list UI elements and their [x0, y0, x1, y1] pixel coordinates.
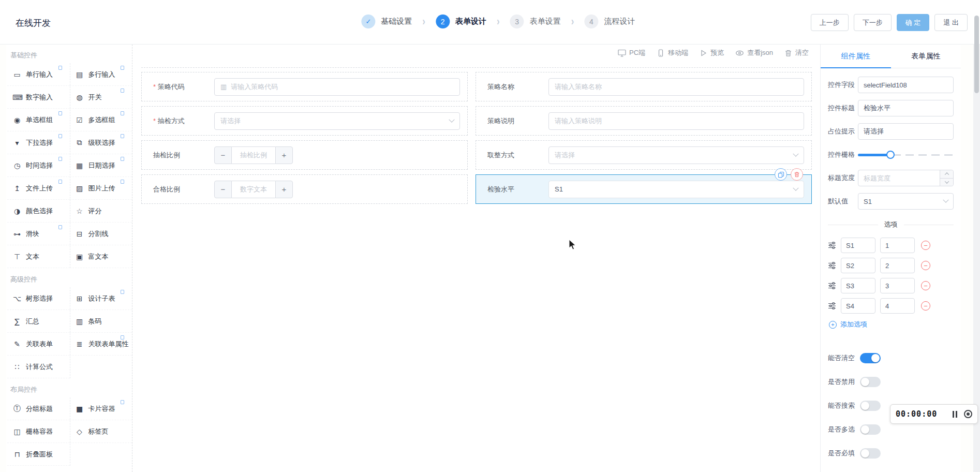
- exit-button[interactable]: 退 出: [934, 14, 968, 31]
- wizard-step[interactable]: ✓ 基础设置 ›: [361, 14, 436, 28]
- control-item[interactable]: ◑ 颜色选择: [7, 200, 70, 223]
- preview-button[interactable]: 预览: [700, 48, 724, 57]
- control-item[interactable]: ◍ 开关: [70, 86, 132, 109]
- delete-field-button[interactable]: [791, 168, 803, 181]
- canvas-field-rounding-method[interactable]: 取整方式 请选择: [476, 140, 812, 170]
- option-value-input[interactable]: 2: [880, 258, 915, 273]
- control-item[interactable]: ⊤ 文本: [7, 245, 70, 268]
- option-name-input[interactable]: S1: [841, 238, 875, 253]
- control-item[interactable]: ↥ 文件上传: [7, 177, 70, 200]
- canvas-field-strategy-desc[interactable]: 策略说明: [476, 106, 812, 136]
- grid-span-slider[interactable]: [858, 146, 954, 163]
- canvas-field-strategy-code[interactable]: 策略代码 ▥: [141, 72, 468, 101]
- wizard-step[interactable]: 3 表单设置 ›: [510, 14, 585, 28]
- view-json-button[interactable]: 查看json: [735, 48, 773, 57]
- increase-button[interactable]: +: [275, 146, 293, 164]
- control-item[interactable]: ◫ 栅格容器: [7, 420, 70, 443]
- strategy-name-input[interactable]: [548, 78, 804, 96]
- field-title-input[interactable]: [858, 100, 954, 116]
- remove-option-button[interactable]: −: [921, 301, 930, 311]
- control-item[interactable]: ▨ 图片上传: [70, 177, 132, 200]
- control-item[interactable]: Ⓣ 分组标题: [7, 397, 70, 420]
- control-item[interactable]: ⊓ 折叠面板: [7, 443, 70, 466]
- placeholder-input[interactable]: [858, 123, 954, 140]
- canvas-field-pass-ratio[interactable]: 合格比例 − 数字文本 +: [141, 174, 468, 204]
- inspection-level-select[interactable]: S1: [548, 181, 804, 198]
- remove-option-button[interactable]: −: [921, 241, 930, 250]
- strategy-code-input[interactable]: ▥: [214, 78, 460, 96]
- slider-handle[interactable]: [886, 151, 895, 159]
- control-item[interactable]: ▦ 日期选择: [70, 154, 132, 177]
- control-item[interactable]: ⌥ 树形选择: [7, 287, 70, 310]
- wizard-step[interactable]: 4 流程设计 ›: [584, 14, 635, 28]
- record-icon[interactable]: [964, 410, 972, 418]
- control-item[interactable]: ◷ 时间选择: [7, 154, 70, 177]
- control-item[interactable]: ■ 卡片容器: [70, 397, 132, 420]
- canvas-field-sampling-method[interactable]: 抽检方式 请选择: [141, 106, 468, 136]
- confirm-button[interactable]: 确 定: [897, 14, 930, 31]
- prev-step-button[interactable]: 上一步: [811, 14, 849, 31]
- canvas-field-sampling-ratio[interactable]: 抽检比例 − 抽检比例 +: [141, 140, 468, 170]
- clear-button[interactable]: 清空: [784, 48, 809, 57]
- control-item[interactable]: ▾ 下拉选择: [7, 131, 70, 154]
- spin-down-button[interactable]: [940, 178, 953, 186]
- pause-icon[interactable]: [953, 411, 957, 418]
- control-item[interactable]: ◇ 标签页: [70, 420, 132, 443]
- control-item[interactable]: ≣ 关联表单属性: [70, 333, 132, 356]
- drag-handle-icon[interactable]: [828, 282, 836, 290]
- pc-view-button[interactable]: PC端: [618, 48, 645, 57]
- remove-option-button[interactable]: −: [921, 281, 930, 290]
- toggle-switch[interactable]: [860, 377, 881, 387]
- option-name-input[interactable]: S3: [841, 278, 875, 293]
- option-value-input[interactable]: 1: [880, 238, 915, 253]
- control-item[interactable]: ⊶ 滑块: [7, 223, 70, 245]
- control-item[interactable]: ⊟ 分割线: [70, 223, 132, 245]
- option-value-input[interactable]: 3: [880, 278, 915, 293]
- drag-handle-icon[interactable]: [828, 302, 836, 310]
- strategy-desc-input[interactable]: [548, 112, 804, 130]
- drag-handle-icon[interactable]: [828, 261, 836, 270]
- option-name-input[interactable]: S4: [841, 298, 875, 314]
- remove-option-button[interactable]: −: [921, 261, 930, 270]
- strategy-code-text-input[interactable]: [231, 83, 454, 91]
- control-item[interactable]: ⌨ 数字输入: [7, 86, 70, 109]
- toggle-switch[interactable]: [860, 353, 881, 363]
- control-item[interactable]: ∷ 计算公式: [7, 356, 70, 378]
- control-item[interactable]: ▣ 富文本: [70, 245, 132, 268]
- option-value-input[interactable]: 4: [880, 298, 915, 314]
- control-item[interactable]: ▤ 多行输入: [70, 63, 132, 86]
- rounding-method-select[interactable]: 请选择: [548, 146, 804, 164]
- label-width-input[interactable]: [858, 170, 954, 186]
- control-item[interactable]: ∑ 汇总: [7, 310, 70, 333]
- field-key-input[interactable]: [858, 77, 954, 93]
- control-item[interactable]: ☆ 评分: [70, 200, 132, 223]
- default-value-select[interactable]: S1: [858, 193, 954, 210]
- wizard-step[interactable]: 2 表单设计 ›: [436, 14, 510, 28]
- strategy-name-text-input[interactable]: [555, 83, 798, 91]
- strategy-desc-text-input[interactable]: [555, 117, 798, 125]
- decrease-button[interactable]: −: [214, 146, 232, 164]
- tab-component-props[interactable]: 组件属性: [821, 45, 891, 68]
- toggle-switch[interactable]: [860, 448, 881, 459]
- toggle-switch[interactable]: [860, 424, 881, 435]
- increase-button[interactable]: +: [275, 181, 293, 198]
- toggle-switch[interactable]: [860, 401, 881, 411]
- decrease-button[interactable]: −: [214, 181, 232, 198]
- drag-handle-icon[interactable]: [828, 241, 836, 249]
- scrollbar-thumb[interactable]: [974, 16, 979, 93]
- control-item[interactable]: ✎ 关联表单: [7, 333, 70, 356]
- next-step-button[interactable]: 下一步: [854, 14, 892, 31]
- spin-up-button[interactable]: [940, 170, 953, 178]
- mobile-view-button[interactable]: 移动端: [657, 48, 688, 57]
- control-item[interactable]: ⧉ 级联选择: [70, 131, 132, 154]
- option-name-input[interactable]: S2: [841, 258, 875, 273]
- canvas-field-inspection-level-selected[interactable]: 检验水平 S1: [476, 174, 812, 204]
- canvas-field-strategy-name[interactable]: 策略名称: [476, 72, 812, 101]
- control-item[interactable]: ◉ 单选框组: [7, 109, 70, 131]
- tab-form-props[interactable]: 表单属性: [891, 45, 961, 68]
- control-item[interactable]: ⊞ 设计子表: [70, 287, 132, 310]
- add-option-button[interactable]: + 添加选项: [829, 320, 954, 329]
- copy-field-button[interactable]: [775, 168, 787, 181]
- control-item[interactable]: ▥ 条码: [70, 310, 132, 333]
- sampling-method-select[interactable]: 请选择: [214, 112, 460, 130]
